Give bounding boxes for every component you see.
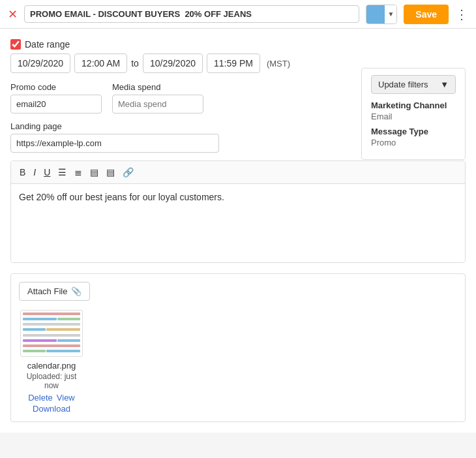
channel-title: Marketing Channel bbox=[371, 100, 456, 110]
color-picker[interactable]: ▼ bbox=[366, 5, 397, 24]
start-time-picker[interactable]: 12:00 AM bbox=[74, 53, 127, 73]
list-ordered-icon: ≣ bbox=[74, 167, 82, 177]
message-value: Promo bbox=[371, 138, 456, 147]
promo-code-input[interactable] bbox=[10, 95, 102, 114]
file-thumbnail bbox=[20, 310, 83, 357]
rich-text-editor: B I U ☰ ≣ ▤ ▤ 🔗 Get 20% off our best jea… bbox=[10, 160, 466, 263]
main-content: Update filters ▼ Marketing Channel Email… bbox=[0, 29, 476, 433]
end-date-picker[interactable]: 10/29/2020 bbox=[143, 53, 203, 73]
date-range-checkbox-row: Date range bbox=[10, 39, 466, 50]
close-icon[interactable]: ✕ bbox=[8, 7, 18, 22]
landing-page-input[interactable] bbox=[10, 134, 219, 153]
editor-toolbar: B I U ☰ ≣ ▤ ▤ 🔗 bbox=[11, 161, 465, 184]
delete-link[interactable]: Delete bbox=[28, 393, 53, 403]
promo-code-label: Promo code bbox=[10, 82, 102, 92]
start-date-picker[interactable]: 10/29/2020 bbox=[10, 53, 70, 73]
end-time-picker[interactable]: 11:59 PM bbox=[207, 53, 260, 73]
file-actions: Delete View bbox=[28, 393, 75, 403]
underline-button[interactable]: U bbox=[40, 165, 53, 179]
link-button[interactable]: 🔗 bbox=[119, 165, 137, 179]
more-options-icon[interactable]: ⋮ bbox=[455, 7, 468, 22]
dropdown-arrow-icon: ▼ bbox=[440, 80, 449, 89]
file-preview: calendar.png Uploaded: just now Delete V… bbox=[19, 310, 84, 414]
align-left-icon: ▤ bbox=[90, 167, 98, 177]
attach-file-label: Attach File bbox=[27, 286, 67, 296]
landing-page-group: Landing page bbox=[10, 121, 219, 153]
bold-button[interactable]: B bbox=[16, 165, 29, 179]
view-link[interactable]: View bbox=[57, 393, 75, 403]
filters-panel: Update filters ▼ Marketing Channel Email… bbox=[361, 68, 466, 160]
align-right-button[interactable]: ▤ bbox=[103, 165, 118, 179]
editor-body[interactable]: Get 20% off our best jeans for our loyal… bbox=[11, 184, 465, 262]
save-button[interactable]: Save bbox=[404, 5, 449, 24]
title-input[interactable] bbox=[24, 5, 359, 23]
update-filters-button[interactable]: Update filters ▼ bbox=[371, 75, 456, 94]
align-right-icon: ▤ bbox=[106, 167, 115, 177]
file-uploaded: Uploaded: just now bbox=[19, 372, 84, 390]
clip-icon: 📎 bbox=[71, 286, 82, 296]
top-bar: ✕ ▼ Save ⋮ bbox=[0, 0, 476, 29]
align-left-button[interactable]: ▤ bbox=[87, 165, 102, 179]
color-swatch bbox=[366, 5, 385, 24]
list-unordered-button[interactable]: ☰ bbox=[55, 165, 70, 179]
link-icon: 🔗 bbox=[123, 167, 134, 177]
attach-file-section: Attach File 📎 calendar.png Uploaded: jus… bbox=[10, 273, 466, 422]
download-link[interactable]: Download bbox=[33, 404, 70, 414]
to-label: to bbox=[131, 58, 139, 69]
media-spend-group: Media spend bbox=[112, 82, 203, 114]
attach-file-button[interactable]: Attach File 📎 bbox=[19, 282, 90, 301]
list-unordered-icon: ☰ bbox=[58, 167, 67, 177]
timezone-label: (MST) bbox=[267, 59, 290, 69]
landing-page-label: Landing page bbox=[10, 121, 219, 131]
promo-code-group: Promo code bbox=[10, 82, 102, 114]
file-name: calendar.png bbox=[27, 361, 76, 371]
italic-button[interactable]: I bbox=[30, 165, 39, 179]
message-title: Message Type bbox=[371, 127, 456, 136]
date-range-checkbox[interactable] bbox=[10, 39, 21, 50]
channel-value: Email bbox=[371, 112, 456, 121]
date-range-label: Date range bbox=[25, 39, 70, 50]
media-spend-input[interactable] bbox=[112, 95, 203, 114]
media-spend-label: Media spend bbox=[112, 82, 203, 92]
color-dropdown-arrow[interactable]: ▼ bbox=[385, 5, 396, 24]
list-ordered-button[interactable]: ≣ bbox=[71, 165, 85, 179]
